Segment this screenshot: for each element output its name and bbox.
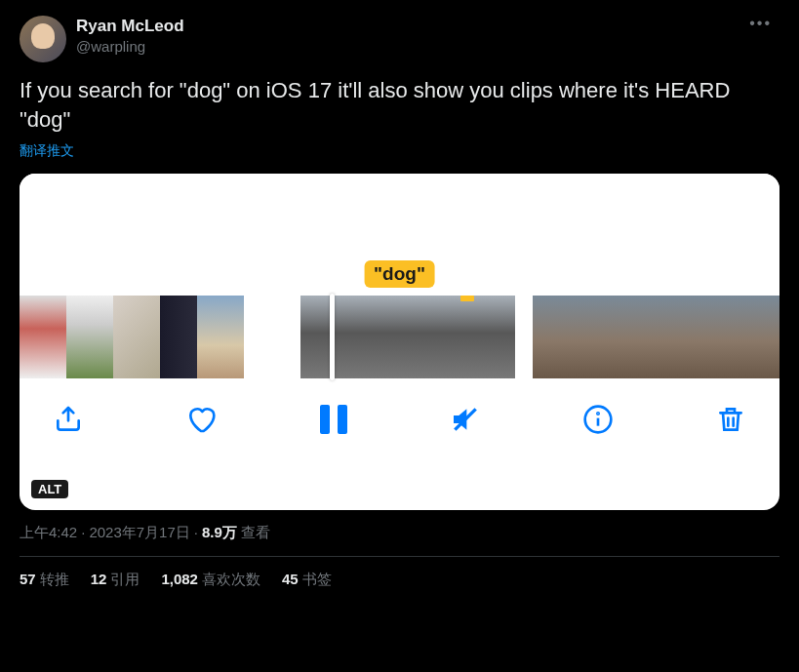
tweet-container: Ryan McLeod @warpling ••• If you search …	[0, 0, 799, 618]
share-icon	[53, 404, 84, 435]
thumbnail	[533, 296, 575, 378]
playhead-icon[interactable]	[330, 294, 335, 380]
mute-button[interactable]	[446, 400, 485, 439]
clip-group[interactable]	[20, 296, 283, 378]
translate-link[interactable]: 翻译推文	[20, 142, 74, 160]
timeline-marker-icon	[460, 296, 474, 301]
video-timeline[interactable]	[20, 296, 779, 388]
tweet-date[interactable]: 2023年7月17日	[89, 524, 189, 540]
info-button[interactable]	[579, 400, 618, 439]
clip-group[interactable]	[300, 296, 515, 378]
thumbnail	[20, 296, 66, 378]
share-button[interactable]	[49, 400, 88, 439]
thumbnail	[575, 296, 617, 378]
svg-point-3	[598, 414, 599, 415]
thumbnail	[461, 296, 515, 378]
thumbnail	[617, 296, 659, 378]
speaker-muted-icon	[450, 404, 481, 435]
trash-icon	[715, 404, 746, 435]
heart-icon	[185, 404, 217, 435]
thumbnail	[66, 296, 113, 378]
thumbnail	[160, 296, 197, 378]
views-count: 8.9万	[202, 524, 237, 540]
pause-button[interactable]	[314, 400, 353, 439]
tweet-header: Ryan McLeod @warpling •••	[20, 16, 779, 62]
tweet-time[interactable]: 上午4:42	[20, 524, 77, 540]
clip-group[interactable]	[533, 296, 779, 378]
delete-button[interactable]	[711, 400, 750, 439]
media-card[interactable]: "dog"	[20, 174, 779, 510]
media-top-area: "dog"	[20, 174, 779, 296]
media-toolbar	[20, 388, 779, 484]
author-block[interactable]: Ryan McLeod @warpling	[76, 16, 732, 57]
views-label: 查看	[241, 524, 270, 540]
handle: @warpling	[76, 37, 732, 57]
search-term-badge: "dog"	[364, 260, 435, 288]
pause-icon	[320, 405, 347, 434]
more-options-icon[interactable]: •••	[741, 11, 779, 36]
thumbnail	[700, 296, 742, 378]
thumbnail	[113, 296, 160, 378]
alt-badge[interactable]: ALT	[31, 480, 68, 498]
thumbnail	[742, 296, 779, 378]
like-button[interactable]	[181, 400, 220, 439]
tweet-meta: 上午4:42·2023年7月17日·8.9万 查看	[20, 524, 779, 557]
tweet-stats: 57转推 12引用 1,082喜欢次数 45书签	[20, 557, 779, 603]
info-icon	[582, 404, 614, 435]
thumbnail	[300, 296, 354, 378]
bookmarks-stat[interactable]: 45书签	[282, 571, 332, 589]
thumbnail	[197, 296, 244, 378]
tweet-text: If you search for "dog" on iOS 17 it'll …	[20, 76, 779, 134]
likes-stat[interactable]: 1,082喜欢次数	[161, 571, 260, 589]
display-name: Ryan McLeod	[76, 16, 732, 37]
thumbnail	[408, 296, 461, 378]
avatar[interactable]	[20, 16, 66, 62]
quotes-stat[interactable]: 12引用	[91, 571, 140, 589]
thumbnail	[659, 296, 700, 378]
thumbnail	[354, 296, 408, 378]
retweets-stat[interactable]: 57转推	[20, 571, 69, 589]
